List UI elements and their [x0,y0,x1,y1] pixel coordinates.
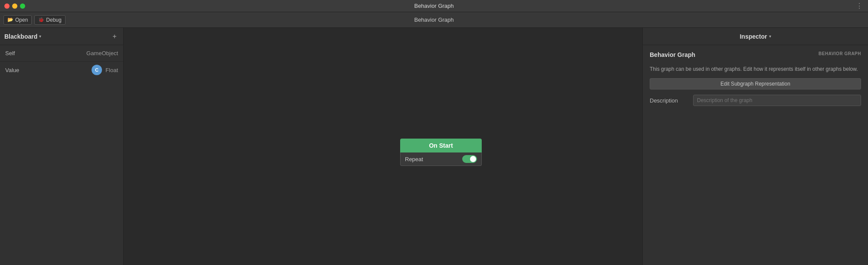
maximize-button[interactable] [20,3,25,9]
main-layout: Blackboard ▾ + Self GameObject Value C F… [0,28,868,265]
blackboard-panel: Blackboard ▾ + Self GameObject Value C F… [0,28,124,265]
title-bar: Behavior Graph ⋮ [0,0,868,12]
blackboard-value-row: Value C Float [0,62,123,78]
more-options-icon[interactable]: ⋮ [856,2,863,10]
toggle-knob [470,156,476,162]
open-label: Open [15,17,28,23]
blackboard-header: Blackboard ▾ + [0,28,123,45]
canvas-area[interactable]: On Start Repeat [124,28,642,265]
inspector-section-badge: BEHAVIOR GRAPH [819,51,861,56]
inspector-chevron-icon[interactable]: ▾ [769,34,771,39]
description-field-row: Description [650,95,861,106]
on-start-node[interactable]: On Start Repeat [400,139,482,166]
blackboard-title: Blackboard [4,33,37,40]
edit-subgraph-button[interactable]: Edit Subgraph Representation [650,78,861,89]
inspector-section-header: Behavior Graph BEHAVIOR GRAPH [650,51,861,58]
self-label: Self [5,50,15,56]
node-body: Repeat [400,152,482,166]
open-tab[interactable]: 📂 Open [3,15,32,25]
debug-tab[interactable]: 🐞 Debug [34,15,65,25]
traffic-lights [4,3,25,9]
debug-label: Debug [46,17,61,23]
close-button[interactable] [4,3,10,9]
blackboard-self-row: Self GameObject [0,45,123,62]
minimize-button[interactable] [12,3,17,9]
repeat-toggle[interactable] [462,155,477,163]
value-circle: C [92,65,102,75]
debug-icon: 🐞 [38,17,44,23]
value-type: Float [105,67,118,73]
inspector-title: Inspector [740,33,767,40]
blackboard-title-row: Blackboard ▾ [4,33,41,40]
open-icon: 📂 [7,17,13,23]
toolbar: 📂 Open 🐞 Debug Behavior Graph [0,12,868,28]
repeat-label: Repeat [405,156,423,162]
description-input[interactable] [693,95,861,106]
inspector-section-title: Behavior Graph [650,51,695,58]
blackboard-add-button[interactable]: + [110,32,119,41]
window-title: Behavior Graph [414,3,454,9]
toolbar-center-title: Behavior Graph [414,17,454,23]
description-field-label: Description [650,97,689,104]
inspector-panel: Inspector ▾ Behavior Graph BEHAVIOR GRAP… [642,28,868,265]
inspector-header: Inspector ▾ [643,28,868,45]
value-label: Value [5,67,19,73]
self-value: GameObject [86,50,118,56]
blackboard-chevron-icon[interactable]: ▾ [39,34,41,39]
inspector-section-description: This graph can be used in other graphs. … [650,65,861,73]
inspector-body: Behavior Graph BEHAVIOR GRAPH This graph… [643,45,868,112]
node-header: On Start [400,139,482,152]
